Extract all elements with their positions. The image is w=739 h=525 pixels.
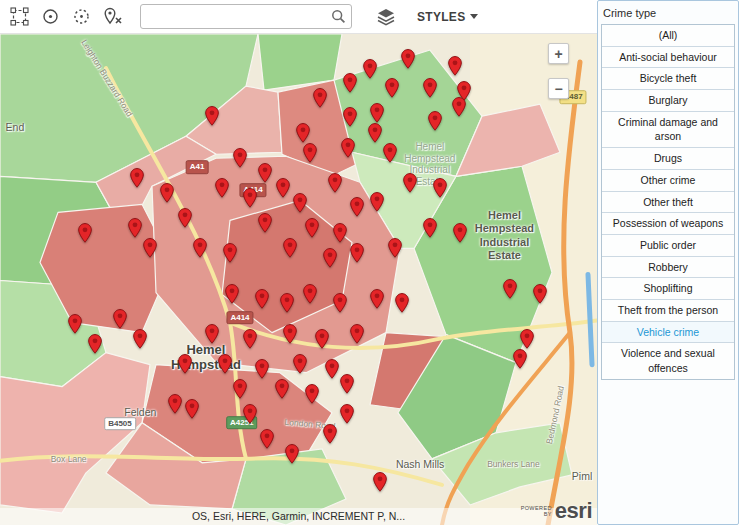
- crime-type-option[interactable]: Violence and sexual offences: [602, 343, 734, 378]
- crime-pin[interactable]: [343, 107, 357, 127]
- crime-type-option[interactable]: Possession of weapons: [602, 213, 734, 235]
- clear-pins-button[interactable]: [99, 4, 126, 30]
- crime-pin[interactable]: [255, 289, 269, 309]
- crime-pin[interactable]: [223, 243, 237, 263]
- crime-pin[interactable]: [423, 78, 437, 98]
- crime-pin[interactable]: [215, 178, 229, 198]
- crime-pin[interactable]: [401, 49, 415, 69]
- crime-pin[interactable]: [283, 324, 297, 344]
- crime-pin[interactable]: [243, 329, 257, 349]
- crime-pin[interactable]: [225, 284, 239, 304]
- crime-pin[interactable]: [350, 243, 364, 263]
- zoom-out-button[interactable]: −: [548, 78, 569, 99]
- crime-pin[interactable]: [333, 223, 347, 243]
- crime-pin[interactable]: [325, 359, 339, 379]
- crime-pin[interactable]: [88, 334, 102, 354]
- crime-pin[interactable]: [340, 374, 354, 394]
- crime-pin[interactable]: [178, 208, 192, 228]
- crime-pin[interactable]: [323, 248, 337, 268]
- crime-pin[interactable]: [343, 73, 357, 93]
- crime-pin[interactable]: [350, 197, 364, 217]
- crime-type-option[interactable]: Other crime: [602, 170, 734, 192]
- draw-radius-button[interactable]: [68, 4, 95, 30]
- crime-pin[interactable]: [513, 349, 527, 369]
- crime-pin[interactable]: [370, 192, 384, 212]
- layers-button[interactable]: [372, 4, 399, 30]
- crime-type-option[interactable]: Anti-social behaviour: [602, 47, 734, 69]
- crime-pin[interactable]: [293, 354, 307, 374]
- crime-type-option[interactable]: Burglary: [602, 90, 734, 112]
- crime-pin[interactable]: [293, 193, 307, 213]
- crime-pin[interactable]: [113, 309, 127, 329]
- crime-pin[interactable]: [205, 106, 219, 126]
- crime-pin[interactable]: [350, 324, 364, 344]
- crime-pin[interactable]: [452, 97, 466, 117]
- crime-type-option[interactable]: Public order: [602, 235, 734, 257]
- search-button[interactable]: [326, 9, 351, 24]
- crime-pin[interactable]: [503, 279, 517, 299]
- crime-type-option[interactable]: Theft from the person: [602, 300, 734, 322]
- crime-pin[interactable]: [340, 404, 354, 424]
- zoom-extent-button[interactable]: [6, 4, 33, 30]
- crime-pin[interactable]: [363, 59, 377, 79]
- crime-pin[interactable]: [303, 284, 317, 304]
- crime-pin[interactable]: [258, 163, 272, 183]
- crime-pin[interactable]: [368, 123, 382, 143]
- crime-pin[interactable]: [370, 103, 384, 123]
- crime-pin[interactable]: [243, 188, 257, 208]
- crime-type-option[interactable]: Shoplifting: [602, 278, 734, 300]
- crime-pin[interactable]: [305, 218, 319, 238]
- crime-pin[interactable]: [283, 238, 297, 258]
- crime-pin[interactable]: [168, 394, 182, 414]
- crime-type-option[interactable]: (All): [602, 25, 734, 47]
- crime-pin[interactable]: [133, 329, 147, 349]
- crime-pin[interactable]: [233, 379, 247, 399]
- crime-pin[interactable]: [520, 329, 534, 349]
- crime-pin[interactable]: [78, 223, 92, 243]
- crime-pin[interactable]: [205, 324, 219, 344]
- map-canvas[interactable]: Hemel Hempstead Industrial EstateHemel H…: [0, 34, 597, 525]
- crime-pin[interactable]: [160, 183, 174, 203]
- crime-pin[interactable]: [193, 238, 207, 258]
- crime-pin[interactable]: [395, 293, 409, 313]
- crime-pin[interactable]: [303, 143, 317, 163]
- crime-pin[interactable]: [373, 472, 387, 492]
- draw-circle-button[interactable]: [37, 4, 64, 30]
- search-box[interactable]: [140, 4, 352, 29]
- crime-pin[interactable]: [328, 173, 342, 193]
- crime-pin[interactable]: [403, 173, 417, 193]
- crime-pin[interactable]: [280, 293, 294, 313]
- crime-pin[interactable]: [255, 359, 269, 379]
- crime-pin[interactable]: [218, 354, 232, 374]
- crime-pin[interactable]: [453, 223, 467, 243]
- crime-pin[interactable]: [68, 314, 82, 334]
- crime-pin[interactable]: [423, 218, 437, 238]
- crime-type-option[interactable]: Other theft: [602, 192, 734, 214]
- crime-pin[interactable]: [276, 178, 290, 198]
- crime-type-option[interactable]: Drugs: [602, 148, 734, 170]
- crime-pin[interactable]: [305, 384, 319, 404]
- crime-pin[interactable]: [233, 148, 247, 168]
- crime-pin[interactable]: [341, 138, 355, 158]
- crime-pin[interactable]: [130, 168, 144, 188]
- crime-type-option[interactable]: Criminal damage and arson: [602, 112, 734, 148]
- crime-pin[interactable]: [128, 218, 142, 238]
- crime-pin[interactable]: [433, 178, 447, 198]
- crime-pin[interactable]: [185, 399, 199, 419]
- crime-pin[interactable]: [296, 123, 310, 143]
- search-input[interactable]: [141, 7, 326, 26]
- crime-type-option[interactable]: Bicycle theft: [602, 68, 734, 90]
- crime-pin[interactable]: [143, 238, 157, 258]
- crime-pin[interactable]: [388, 238, 402, 258]
- crime-pin[interactable]: [385, 78, 399, 98]
- crime-pin[interactable]: [370, 289, 384, 309]
- crime-pin[interactable]: [533, 284, 547, 304]
- crime-pin[interactable]: [333, 293, 347, 313]
- crime-pin[interactable]: [275, 379, 289, 399]
- styles-dropdown[interactable]: STYLES: [417, 10, 478, 24]
- crime-pin[interactable]: [285, 444, 299, 464]
- crime-pin[interactable]: [428, 111, 442, 131]
- crime-pin[interactable]: [448, 56, 462, 76]
- zoom-in-button[interactable]: +: [548, 43, 569, 64]
- crime-pin[interactable]: [260, 429, 274, 449]
